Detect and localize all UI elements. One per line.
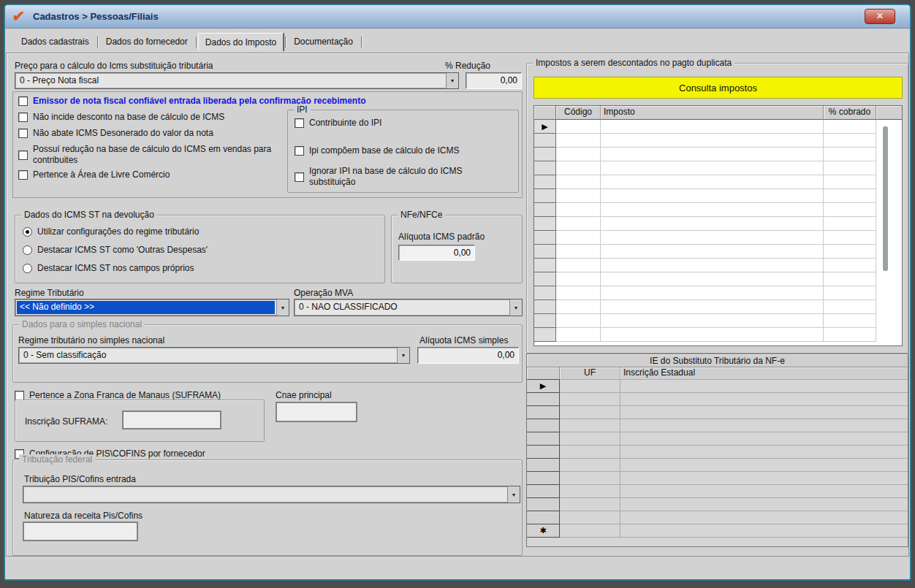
row-selector-cell[interactable] bbox=[534, 272, 556, 286]
row-selector-cell[interactable] bbox=[534, 134, 556, 148]
uf-cell[interactable] bbox=[560, 419, 620, 432]
imposto-cell[interactable] bbox=[601, 286, 824, 300]
row-selector-cell[interactable] bbox=[527, 446, 560, 459]
uf-cell[interactable] bbox=[560, 511, 620, 524]
inscricao-estadual-cell[interactable] bbox=[620, 511, 908, 524]
impostos-table-row[interactable] bbox=[534, 245, 902, 259]
cobrado-cell[interactable] bbox=[824, 120, 876, 134]
row-selector-cell[interactable] bbox=[534, 148, 556, 161]
codigo-cell[interactable] bbox=[556, 148, 601, 161]
uf-cell[interactable] bbox=[560, 446, 620, 459]
row-selector-cell[interactable] bbox=[534, 245, 556, 259]
row-selector-cell[interactable] bbox=[534, 259, 556, 272]
radio-destacar-campos-proprios[interactable]: Destacar ICMS ST nos campos próprios bbox=[23, 263, 194, 273]
imposto-cell[interactable] bbox=[601, 300, 824, 314]
impostos-table-row[interactable] bbox=[534, 134, 902, 148]
imposto-cell[interactable] bbox=[601, 231, 824, 245]
nao-abate-icms-checkbox[interactable]: Não abate ICMS Desonerado do valor da no… bbox=[18, 128, 213, 138]
ie-table-row[interactable] bbox=[527, 432, 908, 446]
cobrado-cell[interactable] bbox=[824, 245, 876, 259]
cobrado-cell[interactable] bbox=[824, 203, 876, 217]
grid-scrollbar-thumb[interactable] bbox=[883, 126, 888, 271]
scroll-track[interactable] bbox=[876, 148, 902, 161]
inscricao-estadual-cell[interactable] bbox=[620, 524, 908, 538]
preco-calculo-combo[interactable]: 0 - Preço Nota fiscal bbox=[15, 72, 459, 89]
inscricao-estadual-cell[interactable] bbox=[620, 432, 908, 446]
imposto-cell[interactable] bbox=[601, 161, 824, 175]
close-button[interactable]: ✕ bbox=[865, 9, 895, 24]
tab-dados-do-imposto[interactable]: Dados do Imposto bbox=[198, 33, 284, 51]
inscricao-estadual-cell[interactable] bbox=[620, 406, 908, 419]
uf-cell[interactable] bbox=[560, 524, 620, 538]
checkbox-icon[interactable] bbox=[18, 96, 28, 106]
codigo-cell[interactable] bbox=[556, 314, 601, 328]
impostos-table-row[interactable] bbox=[534, 203, 902, 217]
impostos-table-row[interactable] bbox=[534, 272, 902, 286]
cobrado-cell[interactable] bbox=[824, 286, 876, 300]
cobrado-cell[interactable] bbox=[824, 148, 876, 161]
imposto-cell[interactable] bbox=[601, 203, 824, 217]
row-selector-cell[interactable] bbox=[527, 406, 560, 419]
checkbox-icon[interactable] bbox=[295, 118, 304, 128]
uf-cell[interactable] bbox=[560, 459, 620, 472]
regime-tributario-combo[interactable]: << Não definido >> bbox=[15, 299, 289, 316]
cnae-principal-input[interactable] bbox=[276, 402, 357, 422]
aliquota-icms-padrao-field[interactable]: 0,00 bbox=[398, 245, 475, 261]
ie-table-row[interactable] bbox=[527, 511, 908, 524]
ie-table-row[interactable] bbox=[527, 446, 908, 459]
reducao-field[interactable]: 0,00 bbox=[466, 72, 522, 89]
tribuicao-pis-cofins-combo[interactable] bbox=[23, 486, 520, 503]
checkbox-icon[interactable] bbox=[18, 129, 28, 138]
scroll-track[interactable] bbox=[876, 134, 902, 148]
codigo-cell[interactable] bbox=[556, 300, 601, 314]
regime-simples-combo[interactable]: 0 - Sem classificação bbox=[18, 347, 410, 364]
impostos-table-row[interactable]: ▶ bbox=[534, 120, 902, 134]
row-selector-cell[interactable] bbox=[534, 217, 556, 231]
pertence-livre-comercio-checkbox[interactable]: Pertence à Área de Livre Comércio bbox=[18, 169, 170, 180]
chevron-down-icon[interactable] bbox=[397, 348, 409, 363]
inscricao-estadual-cell[interactable] bbox=[620, 485, 908, 498]
imposto-cell[interactable] bbox=[601, 217, 824, 231]
impostos-table-row[interactable] bbox=[534, 314, 902, 328]
ie-table-row[interactable] bbox=[527, 485, 908, 498]
inscricao-estadual-cell[interactable] bbox=[620, 419, 908, 432]
checkbox-icon[interactable] bbox=[18, 170, 28, 180]
scroll-track[interactable] bbox=[876, 189, 902, 203]
impostos-table-row[interactable] bbox=[534, 286, 902, 300]
ie-table-row[interactable]: ▶ bbox=[527, 380, 908, 393]
row-selector-cell[interactable] bbox=[527, 485, 560, 498]
row-selector-cell[interactable] bbox=[534, 189, 556, 203]
zona-franca-suframa-checkbox[interactable]: Pertence a Zona Franca de Manaus (SUFRAM… bbox=[15, 390, 221, 400]
row-selector-cell[interactable]: ✱ bbox=[527, 524, 560, 538]
inscricao-estadual-column-header[interactable]: Inscrição Estadual bbox=[620, 367, 908, 380]
codigo-cell[interactable] bbox=[556, 120, 601, 134]
codigo-cell[interactable] bbox=[556, 286, 601, 300]
tab-dados-do-fornecedor[interactable]: Dados do fornecedor bbox=[99, 34, 194, 50]
row-selector-cell[interactable]: ▶ bbox=[534, 120, 556, 134]
ie-table-row[interactable]: ✱ bbox=[527, 524, 908, 538]
ie-table-row[interactable] bbox=[527, 498, 908, 511]
row-selector-cell[interactable] bbox=[527, 419, 560, 432]
chevron-down-icon[interactable] bbox=[507, 486, 520, 503]
uf-cell[interactable] bbox=[560, 485, 620, 498]
row-selector-cell[interactable] bbox=[527, 432, 560, 446]
imposto-cell[interactable] bbox=[601, 134, 824, 148]
uf-cell[interactable] bbox=[560, 472, 620, 485]
codigo-cell[interactable] bbox=[556, 231, 601, 245]
row-selector-cell[interactable] bbox=[534, 231, 556, 245]
codigo-cell[interactable] bbox=[556, 175, 601, 189]
uf-column-header[interactable]: UF bbox=[560, 367, 620, 380]
row-selector-cell[interactable] bbox=[534, 175, 556, 189]
imposto-cell[interactable] bbox=[601, 148, 824, 161]
imposto-cell[interactable] bbox=[601, 314, 824, 328]
ie-table-row[interactable] bbox=[527, 406, 908, 419]
impostos-table-row[interactable] bbox=[534, 328, 902, 342]
impostos-table-row[interactable] bbox=[534, 175, 902, 189]
inscricao-estadual-cell[interactable] bbox=[620, 472, 908, 485]
row-selector-cell[interactable] bbox=[527, 511, 560, 524]
chevron-down-icon[interactable] bbox=[446, 73, 458, 88]
cobrado-cell[interactable] bbox=[824, 217, 876, 231]
codigo-cell[interactable] bbox=[556, 134, 601, 148]
checkbox-icon[interactable] bbox=[18, 112, 28, 122]
uf-cell[interactable] bbox=[560, 498, 620, 511]
